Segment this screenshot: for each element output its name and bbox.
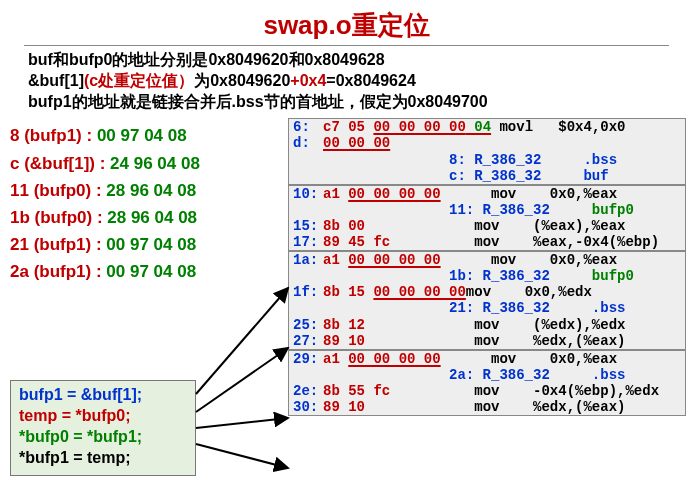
svg-line-1 — [196, 348, 288, 412]
asm-row: 2a: R_386_32 .bss — [289, 367, 685, 383]
asm-row: 1f:8b 15 00 00 00 00mov 0x0,%edx — [289, 284, 685, 300]
asm-row: 30:89 10 mov %edx,(%eax) — [289, 399, 685, 415]
source-box: bufp1 = &buf[1]; temp = *bufp0; *bufp0 =… — [10, 380, 196, 475]
asm-row: 21: R_386_32 .bss — [289, 300, 685, 316]
svg-line-0 — [196, 288, 288, 394]
asm-row: 15:8b 00 mov (%eax),%eax — [289, 218, 685, 234]
asm-row: 25:8b 12 mov (%edx),%edx — [289, 317, 685, 333]
asm-row: 1b: R_386_32 bufp0 — [289, 268, 685, 284]
asm-row: 10:a1 00 00 00 00 mov 0x0,%eax — [289, 186, 685, 202]
hr — [24, 45, 669, 46]
reloc-item: 11 (bufp0) : 28 96 04 08 — [10, 177, 280, 204]
reloc-item: 21 (bufp1) : 00 97 04 08 — [10, 231, 280, 258]
asm-panel: 10:a1 00 00 00 00 mov 0x0,%eax11: R_386_… — [288, 185, 686, 251]
asm-row: 29:a1 00 00 00 00 mov 0x0,%eax — [289, 351, 685, 367]
intro-line2: &buf[1](c处重定位值）为0x8049620+0x4=0x8049624 — [28, 71, 665, 92]
asm-panel: 1a:a1 00 00 00 00 mov 0x0,%eax1b: R_386_… — [288, 251, 686, 350]
asm-row: 1a:a1 00 00 00 00 mov 0x0,%eax — [289, 252, 685, 268]
src-line: temp = *bufp0; — [19, 406, 187, 427]
src-line: *bufp0 = *bufp1; — [19, 427, 187, 448]
relocation-list: 8 (bufp1) : 00 97 04 08 c (&buf[1]) : 24… — [10, 122, 280, 285]
page-title: swap.o重定位 — [0, 0, 693, 43]
src-line: bufp1 = &buf[1]; — [19, 385, 187, 406]
asm-row: 8: R_386_32 .bss — [289, 152, 685, 168]
reloc-item: 2a (bufp1) : 00 97 04 08 — [10, 258, 280, 285]
asm-row: d:00 00 00 — [289, 135, 685, 151]
intro-block: buf和bufp0的地址分别是0x8049620和0x8049628 &buf[… — [28, 50, 665, 112]
asm-panels: 6:c7 05 00 00 00 00 04 movl $0x4,0x0d:00… — [288, 118, 686, 416]
src-line: *bufp1 = temp; — [19, 448, 187, 469]
asm-row: 2e:8b 55 fc mov -0x4(%ebp),%edx — [289, 383, 685, 399]
reloc-item: 1b (bufp0) : 28 96 04 08 — [10, 204, 280, 231]
asm-row: 6:c7 05 00 00 00 00 04 movl $0x4,0x0 — [289, 119, 685, 135]
intro-line3: bufp1的地址就是链接合并后.bss节的首地址，假定为0x8049700 — [28, 92, 665, 113]
asm-row: c: R_386_32 buf — [289, 168, 685, 184]
asm-row: 27:89 10 mov %edx,(%eax) — [289, 333, 685, 349]
svg-line-2 — [196, 418, 288, 428]
reloc-item: 8 (bufp1) : 00 97 04 08 — [10, 122, 280, 149]
asm-row: 11: R_386_32 bufp0 — [289, 202, 685, 218]
asm-panel: 29:a1 00 00 00 00 mov 0x0,%eax2a: R_386_… — [288, 350, 686, 416]
asm-panel: 6:c7 05 00 00 00 00 04 movl $0x4,0x0d:00… — [288, 118, 686, 184]
reloc-item: c (&buf[1]) : 24 96 04 08 — [10, 150, 280, 177]
asm-row: 17:89 45 fc mov %eax,-0x4(%ebp) — [289, 234, 685, 250]
svg-line-3 — [196, 444, 288, 468]
intro-line1: buf和bufp0的地址分别是0x8049620和0x8049628 — [28, 50, 665, 71]
